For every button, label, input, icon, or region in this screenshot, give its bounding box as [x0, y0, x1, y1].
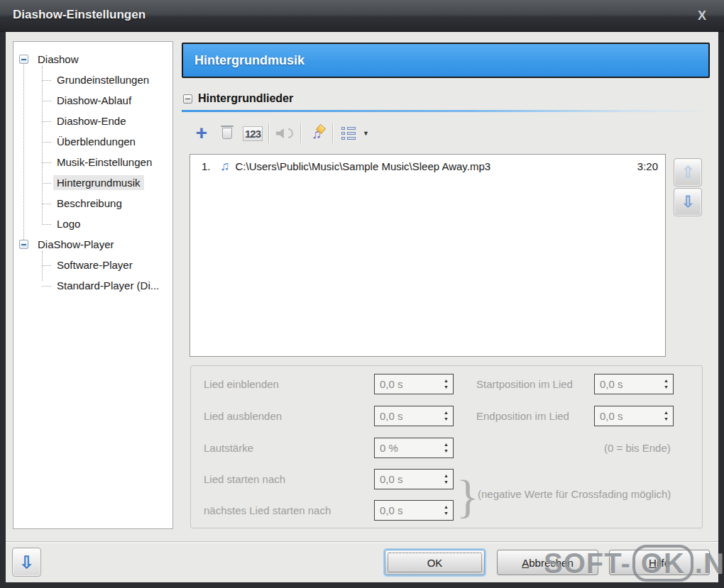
lautstaerke-spinner[interactable]: 0 % ▲▼ — [374, 438, 454, 458]
lied-einblenden-label: Lied einblenden — [204, 374, 279, 394]
lied-starten-nach-spinner[interactable]: 0,0 s ▲▼ — [374, 469, 454, 489]
settings-tree-panel: Diashow Grundeinstellungen Diashow-Ablau… — [13, 41, 173, 529]
tree-item-logo[interactable]: Logo — [13, 213, 172, 234]
tree-item-label: Hintergrundmusik — [53, 175, 144, 190]
page-title-banner: Hintergrundmusik — [182, 43, 710, 78]
lied-starten-nach-label: Lied starten nach — [204, 469, 285, 489]
spin-up-icon[interactable]: ▲ — [444, 443, 449, 447]
crossfade-brace: } — [456, 468, 479, 525]
tree-item-label: Musik-Einstellungen — [53, 155, 155, 170]
spinner-arrows[interactable]: ▲▼ — [444, 443, 453, 453]
tree-item-label: Beschreibung — [53, 196, 126, 211]
spin-down-icon[interactable]: ▼ — [444, 417, 449, 421]
spin-down-icon[interactable]: ▼ — [664, 385, 669, 389]
tree-item-ueberblendungen[interactable]: Überblendungen — [13, 131, 172, 152]
lautstaerke-label: Lautstärke — [204, 438, 253, 458]
note-bis-ende: (0 = bis Ende) — [604, 438, 671, 458]
dialog-body: Diashow Grundeinstellungen Diashow-Ablau… — [6, 32, 718, 582]
delete-song-button[interactable] — [214, 121, 240, 146]
close-icon[interactable]: X — [693, 6, 711, 25]
title-bar: Diashow-Einstellungen X — [0, 0, 724, 32]
tree-item-diashow-ablauf[interactable]: Diashow-Ablauf — [13, 90, 172, 111]
collapse-icon[interactable] — [19, 55, 28, 64]
endposition-spinner[interactable]: 0,0 s ▲▼ — [594, 406, 674, 426]
tree-item-label: DiaShow-Player — [34, 237, 118, 252]
apply-down-button[interactable]: ⇩ — [12, 548, 41, 577]
tree-item-standard-player[interactable]: Standard-Player (Di... — [13, 275, 172, 296]
spinner-arrows[interactable]: ▲▼ — [664, 411, 673, 421]
spinner-arrows[interactable]: ▲▼ — [444, 411, 453, 421]
renumber-button[interactable]: 123 — [240, 121, 265, 146]
window-title: Diashow-Einstellungen — [13, 8, 146, 22]
song-path: C:\Users\Public\Music\Sample Music\Sleep… — [236, 160, 632, 172]
tree-item-label: Software-Player — [53, 257, 136, 272]
page-title: Hintergrundmusik — [183, 53, 305, 68]
cancel-button[interactable]: Abbrechen — [497, 550, 598, 575]
view-list-icon — [341, 127, 356, 140]
tree-item-diashow[interactable]: Diashow — [13, 49, 172, 70]
spin-down-icon[interactable]: ▼ — [444, 385, 449, 389]
startposition-spinner[interactable]: 0,0 s ▲▼ — [594, 374, 674, 394]
tree-item-hintergrundmusik[interactable]: Hintergrundmusik — [13, 172, 172, 193]
section-title: Hintergrundlieder — [198, 92, 293, 105]
tree-item-label: Logo — [53, 216, 84, 231]
arrow-down-icon: ⇩ — [19, 553, 33, 572]
lied-einblenden-spinner[interactable]: 0,0 s ▲▼ — [374, 374, 454, 394]
spinner-value: 0,0 s — [595, 410, 664, 422]
spin-down-icon[interactable]: ▼ — [444, 449, 449, 453]
playlist-toolbar: + 123 ♫ ▼ — [189, 118, 369, 148]
tree-item-beschreibung[interactable]: Beschreibung — [13, 193, 172, 213]
spin-up-icon[interactable]: ▲ — [444, 474, 449, 478]
help-button[interactable]: Hilfe — [609, 550, 710, 575]
move-song-up-button[interactable]: ⇧ — [674, 158, 702, 187]
arrow-up-icon: ⇧ — [681, 163, 694, 182]
footer-divider — [6, 541, 718, 543]
spinner-arrows[interactable]: ▲▼ — [444, 474, 453, 484]
toolbar-separator — [268, 123, 269, 143]
view-list-button[interactable] — [336, 121, 361, 146]
ok-button[interactable]: OK — [385, 550, 485, 575]
collapse-icon[interactable] — [19, 240, 28, 249]
spin-down-icon[interactable]: ▼ — [664, 417, 669, 421]
spin-up-icon[interactable]: ▲ — [664, 411, 669, 415]
spinner-value: 0,0 s — [375, 473, 444, 485]
playlist-box[interactable]: 1. ♫ C:\Users\Public\Music\Sample Music\… — [190, 154, 666, 357]
spin-down-icon[interactable]: ▼ — [444, 511, 449, 516]
music-tag-button[interactable]: ♫ — [304, 121, 329, 146]
add-song-button[interactable]: + — [189, 121, 214, 146]
tree-item-grundeinstellungen[interactable]: Grundeinstellungen — [13, 70, 172, 90]
spin-up-icon[interactable]: ▲ — [444, 505, 449, 509]
lied-ausblenden-spinner[interactable]: 0,0 s ▲▼ — [374, 406, 454, 426]
music-tag-icon: ♫ — [312, 127, 322, 140]
arrow-down-icon: ⇩ — [681, 193, 694, 211]
tree-item-label: Diashow-Ende — [53, 113, 130, 128]
naechstes-lied-label: nächstes Lied starten nach — [204, 500, 331, 521]
tree-item-label: Diashow-Ablauf — [53, 93, 135, 108]
move-song-down-button[interactable]: ⇩ — [674, 188, 702, 216]
spin-down-icon[interactable]: ▼ — [444, 480, 449, 484]
section-collapse-icon[interactable] — [183, 94, 192, 104]
cancel-button-label: Abbrechen — [522, 557, 574, 569]
spinner-arrows[interactable]: ▲▼ — [444, 379, 453, 389]
tree-item-label: Überblendungen — [53, 134, 139, 149]
list-item[interactable]: 1. ♫ C:\Users\Public\Music\Sample Music\… — [190, 155, 665, 177]
spin-up-icon[interactable]: ▲ — [444, 411, 449, 415]
endposition-label: Endposition im Lied — [476, 406, 569, 426]
help-button-label: Hilfe — [649, 557, 670, 569]
sound-wave-icon — [288, 128, 293, 138]
settings-tree: Diashow Grundeinstellungen Diashow-Ablau… — [13, 42, 172, 296]
spinner-arrows[interactable]: ▲▼ — [664, 379, 673, 389]
lied-ausblenden-label: Lied ausblenden — [204, 406, 282, 426]
tree-item-software-player[interactable]: Software-Player — [13, 255, 172, 275]
tree-item-diashow-player[interactable]: DiaShow-Player — [13, 234, 172, 255]
tree-item-diashow-ende[interactable]: Diashow-Ende — [13, 111, 172, 131]
naechstes-lied-spinner[interactable]: 0,0 s ▲▼ — [374, 500, 454, 521]
renumber-icon: 123 — [243, 126, 263, 141]
preview-sound-icon — [276, 128, 287, 138]
spinner-arrows[interactable]: ▲▼ — [444, 505, 453, 516]
spin-up-icon[interactable]: ▲ — [664, 379, 669, 383]
chevron-down-icon[interactable]: ▼ — [363, 130, 369, 137]
tree-item-musik-einstellungen[interactable]: Musik-Einstellungen — [13, 152, 172, 172]
spin-up-icon[interactable]: ▲ — [444, 379, 449, 383]
preview-sound-button[interactable] — [272, 121, 297, 146]
